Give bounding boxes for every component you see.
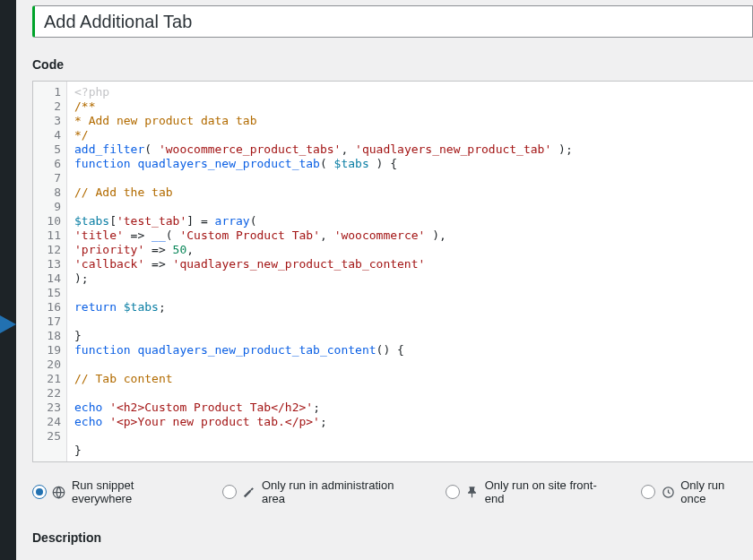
radio-icon (32, 485, 47, 499)
wrench-icon (242, 485, 256, 499)
main-content: Code 1 2 3 4 5 6 7 8 9 10 11 12 13 14 15… (16, 0, 753, 560)
run-frontend-option[interactable]: Only run on site front-end (446, 478, 616, 505)
snippet-title-bar (32, 5, 753, 38)
radio-icon (641, 485, 655, 499)
code-gutter: 1 2 3 4 5 6 7 8 9 10 11 12 13 14 15 16 1… (33, 82, 67, 461)
code-editor[interactable]: 1 2 3 4 5 6 7 8 9 10 11 12 13 14 15 16 1… (32, 81, 753, 462)
clock-icon (661, 485, 675, 499)
run-once-option[interactable]: Only run once (641, 478, 753, 505)
description-section-label: Description (32, 530, 753, 545)
run-admin-option[interactable]: Only run in administration area (222, 478, 420, 505)
run-everywhere-label: Run snippet everywhere (72, 478, 197, 505)
run-frontend-label: Only run on site front-end (485, 478, 616, 505)
php-open-tag: <?php (74, 85, 109, 99)
run-scope-options: Run snippet everywhere Only run in admin… (32, 478, 753, 505)
radio-icon (446, 485, 460, 499)
code-body[interactable]: <?php /** * Add new product data tab */ … (67, 82, 753, 461)
snippet-title-input[interactable] (44, 12, 743, 32)
radio-icon (222, 485, 237, 499)
globe-icon (52, 485, 66, 499)
pin-icon (465, 485, 480, 499)
run-everywhere-option[interactable]: Run snippet everywhere (32, 478, 197, 505)
run-once-label: Only run once (680, 478, 753, 505)
sidebar-collapse-notch[interactable] (0, 315, 16, 333)
run-admin-label: Only run in administration area (262, 478, 420, 505)
admin-sidebar (0, 0, 16, 560)
code-section-label: Code (32, 57, 753, 72)
